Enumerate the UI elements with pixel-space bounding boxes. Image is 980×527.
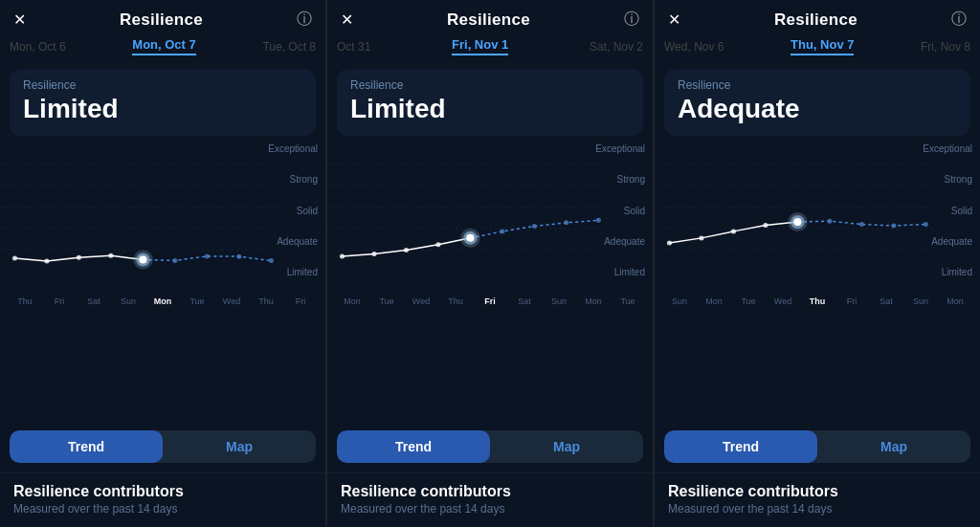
chart-area: ExceptionalStrongSolidAdequateLimitedThu… — [0, 143, 325, 421]
active-date[interactable]: Mon, Oct 7 — [132, 37, 195, 55]
chart-area: ExceptionalStrongSolidAdequateLimitedMon… — [327, 143, 653, 421]
trend-button[interactable]: Trend — [10, 430, 163, 463]
day-label: Fri — [42, 296, 77, 306]
close-button[interactable]: ✕ — [668, 11, 680, 29]
trend-chart — [655, 143, 980, 292]
svg-point-27 — [466, 234, 474, 242]
svg-point-43 — [793, 218, 801, 226]
day-label: Thu — [800, 296, 835, 306]
svg-point-39 — [731, 229, 736, 233]
panel-1: ✕ Resilience ⓘ Mon, Oct 6 Mon, Oct 7 Tue… — [0, 0, 326, 527]
svg-point-44 — [827, 219, 832, 224]
date-nav: Oct 31 Fri, Nov 1 Sat, Nov 2 — [327, 35, 653, 63]
day-label: Wed — [766, 296, 800, 306]
day-label: Mon — [145, 296, 180, 306]
chart-day-labels: ThuFriSatSunMonTueWedThuFri — [0, 295, 325, 310]
info-icon[interactable]: ⓘ — [624, 10, 639, 30]
chart-day-labels: MonTueWedThuFriSatSunMonTue — [327, 295, 653, 310]
status-value: Limited — [350, 94, 630, 124]
svg-point-13 — [205, 253, 210, 258]
header-3: ✕ Resilience ⓘ — [655, 0, 980, 35]
next-date[interactable]: Tue, Oct 8 — [262, 40, 316, 54]
contributors-title: Resilience contributors — [13, 483, 312, 500]
next-date[interactable]: Fri, Nov 8 — [921, 40, 970, 54]
day-label: Sat — [869, 296, 903, 306]
prev-date[interactable]: Oct 31 — [337, 40, 370, 54]
day-label: Mon — [697, 296, 731, 306]
day-label: Fri — [473, 296, 507, 306]
day-label: Sun — [662, 296, 697, 306]
day-label: Tue — [180, 296, 214, 306]
status-card: Resilience Adequate — [664, 69, 970, 136]
view-toggle: TrendMap — [337, 430, 643, 463]
contributors-section: Resilience contributors Measured over th… — [327, 472, 653, 527]
status-label: Resilience — [678, 78, 957, 92]
close-button[interactable]: ✕ — [13, 11, 26, 29]
svg-point-46 — [891, 223, 896, 228]
map-button[interactable]: Map — [490, 430, 643, 463]
chart-day-labels: SunMonTueWedThuFriSatSunMon — [655, 295, 980, 310]
day-label: Tue — [731, 296, 766, 306]
day-label: Thu — [8, 296, 42, 306]
day-label: Mon — [576, 296, 611, 306]
prev-date[interactable]: Wed, Nov 6 — [664, 40, 724, 54]
svg-point-37 — [667, 241, 672, 246]
trend-button[interactable]: Trend — [664, 430, 817, 463]
trend-button[interactable]: Trend — [337, 430, 490, 463]
svg-point-14 — [236, 254, 241, 259]
active-date[interactable]: Fri, Nov 1 — [452, 37, 508, 55]
next-date[interactable]: Sat, Nov 2 — [590, 40, 643, 54]
day-label: Fri — [283, 296, 318, 306]
svg-point-40 — [763, 223, 768, 228]
map-button[interactable]: Map — [817, 430, 970, 463]
trend-chart — [0, 143, 325, 292]
day-label: Sun — [111, 296, 145, 306]
day-label: Wed — [404, 296, 438, 306]
header-2: ✕ Resilience ⓘ — [327, 0, 653, 35]
svg-point-30 — [564, 220, 568, 225]
svg-point-45 — [859, 222, 864, 227]
day-label: Wed — [214, 296, 249, 306]
active-date[interactable]: Thu, Nov 7 — [791, 37, 854, 55]
chart-area: ExceptionalStrongSolidAdequateLimitedSun… — [655, 143, 980, 421]
status-label: Resilience — [350, 78, 630, 92]
svg-point-15 — [269, 258, 274, 263]
svg-point-5 — [12, 256, 17, 261]
info-icon[interactable]: ⓘ — [297, 10, 312, 30]
contributors-section: Resilience contributors Measured over th… — [655, 472, 980, 527]
panel-3: ✕ Resilience ⓘ Wed, Nov 6 Thu, Nov 7 Fri… — [655, 0, 980, 527]
svg-point-8 — [108, 253, 113, 258]
prev-date[interactable]: Mon, Oct 6 — [10, 40, 66, 54]
svg-point-28 — [500, 229, 504, 233]
svg-point-7 — [77, 255, 81, 260]
day-label: Sun — [542, 296, 576, 306]
svg-point-31 — [596, 218, 601, 223]
svg-point-29 — [532, 224, 537, 229]
close-button[interactable]: ✕ — [341, 11, 353, 29]
status-label: Resilience — [23, 78, 302, 92]
svg-point-6 — [44, 258, 49, 263]
day-label: Sat — [77, 296, 111, 306]
app-title: Resilience — [447, 11, 530, 30]
status-card: Resilience Limited — [337, 69, 643, 136]
day-label: Mon — [938, 296, 972, 306]
view-toggle: TrendMap — [10, 430, 316, 463]
svg-point-11 — [139, 255, 146, 263]
status-card: Resilience Limited — [10, 69, 316, 136]
day-label: Thu — [249, 296, 283, 306]
day-label: Tue — [611, 296, 645, 306]
contributors-subtitle: Measured over the past 14 days — [668, 502, 967, 516]
svg-point-12 — [172, 258, 177, 263]
info-icon[interactable]: ⓘ — [951, 10, 967, 30]
day-label: Sun — [903, 296, 938, 306]
view-toggle: TrendMap — [664, 430, 970, 463]
contributors-section: Resilience contributors Measured over th… — [0, 472, 325, 527]
map-button[interactable]: Map — [163, 430, 316, 463]
contributors-title: Resilience contributors — [341, 483, 639, 500]
contributors-subtitle: Measured over the past 14 days — [13, 502, 312, 516]
svg-point-22 — [371, 252, 376, 256]
svg-point-47 — [924, 222, 928, 227]
svg-point-24 — [435, 242, 440, 247]
day-label: Mon — [335, 296, 369, 306]
status-value: Adequate — [678, 94, 957, 124]
